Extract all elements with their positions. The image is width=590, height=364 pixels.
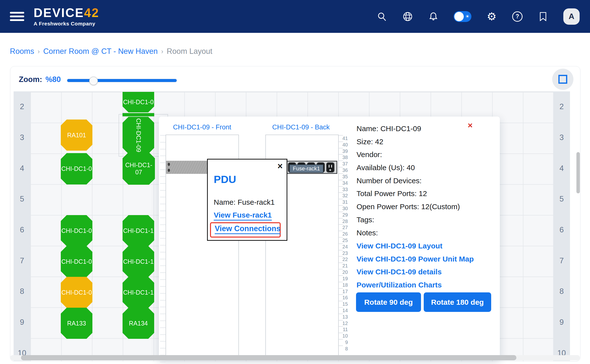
view-fuse-rack1-link[interactable]: View Fuse-rack1	[214, 211, 272, 221]
unit-row: 28	[338, 218, 348, 224]
row-label: 7	[14, 245, 30, 276]
unit-tick	[160, 334, 166, 341]
unit-row: 37	[338, 161, 348, 167]
unit-row: 15	[338, 301, 348, 307]
detail-line: Size: 42	[357, 138, 460, 151]
rack-detail-lines: Name: CHI-DC1-09Size: 42Vendor:Available…	[357, 124, 460, 242]
horizontal-scrollbar[interactable]	[10, 355, 580, 360]
unit-row: 34	[338, 180, 348, 186]
detail-link[interactable]: View CHI-DC1-09 details	[357, 268, 474, 281]
rack-unit-scale: 4140393837363534333231302928272625242322…	[338, 135, 348, 352]
unit-tick	[160, 286, 166, 293]
row-label: 6	[14, 215, 30, 245]
unit-row: 9	[338, 339, 348, 345]
unit-tick	[160, 169, 166, 176]
detail-line: Number of Devices:	[357, 177, 460, 190]
breadcrumb-item: Room Layout	[167, 47, 212, 56]
rack-label: RA133	[67, 320, 86, 327]
unit-row: 31	[338, 199, 348, 205]
gear-icon[interactable]: ⚙	[486, 11, 497, 22]
unit-tick	[160, 245, 166, 252]
unit-tick	[160, 162, 166, 169]
row-label: 8	[14, 276, 30, 307]
rack-label: RA101	[67, 132, 86, 139]
unit-row: 22	[338, 256, 348, 263]
unit-row: 39	[338, 148, 348, 154]
unit-tick	[160, 272, 166, 279]
rack-CHI-DC1-07[interactable]: CHI-DC1-07	[123, 152, 155, 185]
breadcrumb-item[interactable]: Corner Room @ CT - New Haven	[43, 47, 158, 56]
unit-tick	[160, 142, 166, 149]
rack-label: CHI-DC1-1	[123, 289, 154, 296]
rack-label: CHI-DC1-1	[123, 227, 154, 234]
fullscreen-button[interactable]	[552, 69, 573, 90]
unit-row: 32	[338, 192, 348, 199]
globe-icon[interactable]	[402, 11, 413, 22]
view-connections-link[interactable]: View Connections	[215, 224, 280, 234]
theme-toggle[interactable]: ☀	[454, 11, 471, 22]
breadcrumb-separator: ›	[161, 48, 163, 55]
unit-row: 17	[338, 288, 348, 295]
unit-tick	[160, 265, 166, 272]
power-outlet-icon	[326, 162, 335, 173]
rack-CHI-DC1-09[interactable]: CHI-DC1-09	[123, 117, 154, 154]
rack-RA134[interactable]: RA134	[123, 308, 154, 339]
help-icon[interactable]: ?	[512, 11, 523, 22]
rack-CHI-DC1-1[interactable]: CHI-DC1-1	[123, 246, 154, 277]
breadcrumb-item[interactable]: Rooms	[10, 47, 34, 56]
unit-row: 38	[338, 154, 348, 161]
unit-tick	[160, 190, 166, 197]
rack-CHI-DC1-0[interactable]: CHI-DC1-0	[123, 92, 154, 112]
rack-RA101[interactable]: RA101	[61, 120, 92, 151]
unit-row: 20	[338, 269, 348, 275]
rack-CHI-DC1-1[interactable]: CHI-DC1-1	[123, 277, 154, 308]
zoom-slider-thumb[interactable]	[89, 77, 98, 85]
unit-tick	[160, 341, 166, 348]
row-label: 2	[14, 91, 30, 122]
unit-tick	[160, 259, 166, 266]
front-unit-ticks	[160, 135, 166, 352]
unit-row: 21	[338, 263, 348, 269]
detail-line: Vendor:	[357, 150, 460, 163]
rack-label: CHI-DC1-0	[61, 165, 92, 172]
pdu-device-label[interactable]: Fuse-rack1	[289, 164, 323, 173]
close-details-icon[interactable]: ×	[468, 121, 473, 129]
rotate-90-button[interactable]: Rotate 90 deg	[356, 292, 421, 312]
row-label: 9	[14, 307, 30, 338]
detail-line: Total Power Ports: 12	[357, 189, 460, 202]
rack-CHI-DC1-0[interactable]: CHI-DC1-0	[61, 246, 92, 277]
row-label: 3	[14, 122, 30, 153]
detail-line: Available (Us): 40	[357, 163, 460, 177]
rack-label: CHI-DC1-07	[123, 162, 155, 176]
zoom-slider[interactable]	[67, 79, 177, 82]
rack-CHI-DC1-1[interactable]: CHI-DC1-1	[123, 215, 154, 246]
horizontal-scrollbar-thumb[interactable]	[21, 355, 516, 360]
bookmark-icon[interactable]	[538, 11, 548, 22]
detail-link[interactable]: Power/Utilization Charts	[357, 281, 474, 294]
rotate-180-button[interactable]: Rotate 180 deg	[424, 292, 491, 312]
popup-close-icon[interactable]: ×	[277, 161, 283, 171]
row-label: 4	[553, 153, 570, 184]
brand-logo[interactable]: DEVICE42 A Freshworks Company	[34, 7, 99, 26]
rack-RA133[interactable]: RA133	[61, 308, 92, 339]
unit-tick	[160, 135, 166, 142]
rack-CHI-DC1-0[interactable]: CHI-DC1-0	[61, 277, 92, 308]
detail-link[interactable]: View CHI-DC1-09 Power Unit Map	[357, 255, 474, 268]
menu-icon[interactable]	[10, 10, 24, 23]
detail-link[interactable]: View CHI-DC1-09 Layout	[357, 242, 474, 255]
unit-tick	[160, 279, 166, 286]
toggle-knob	[454, 12, 464, 21]
rack-CHI-DC1-0[interactable]: CHI-DC1-0	[61, 153, 92, 184]
unit-tick	[160, 238, 166, 245]
brand-accent: 42	[84, 6, 99, 20]
search-icon[interactable]	[377, 11, 387, 22]
rack-segment[interactable]	[123, 113, 154, 116]
unit-tick	[160, 183, 166, 190]
avatar[interactable]: A	[563, 8, 580, 25]
row-label: 6	[553, 215, 570, 245]
rack-label: CHI-DC1-0	[61, 258, 92, 265]
rack-CHI-DC1-0[interactable]: CHI-DC1-0	[61, 215, 92, 246]
vertical-scrollbar-thumb[interactable]	[576, 152, 580, 193]
bell-icon[interactable]	[428, 11, 439, 22]
brand-main: DEVICE	[34, 6, 84, 20]
